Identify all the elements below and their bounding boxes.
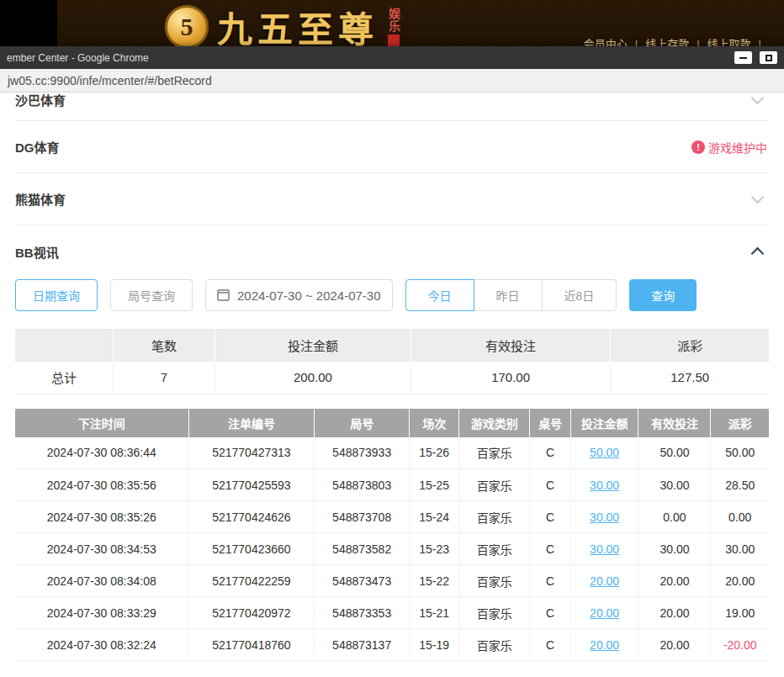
accordion-item-panda-sports[interactable]: 熊猫体育 — [15, 173, 769, 225]
exclamation-icon: ! — [691, 140, 705, 154]
bet-header-row: 下注时间注单编号局号场次游戏类别桌号投注金额有效投注派彩 — [15, 409, 769, 437]
maximize-button[interactable] — [760, 51, 777, 64]
search-button[interactable]: 查询 — [629, 279, 697, 311]
bet-cell: C — [530, 629, 570, 661]
chrome-popup-window: ember Center - Google Chrome jw05.cc:990… — [0, 46, 784, 677]
tab-yesterday[interactable]: 昨日 — [474, 279, 543, 311]
bet-header-cell: 下注时间 — [15, 409, 188, 437]
maintenance-badge: ! 游戏维护中 — [691, 139, 767, 156]
summary-header-cell: 笔数 — [113, 329, 215, 362]
address-bar[interactable]: jw05.cc:9900/infe/mcenter/#/betRecord — [0, 69, 784, 93]
maintenance-text: 游戏维护中 — [708, 139, 767, 156]
bet-cell: 521770424626 — [188, 501, 315, 533]
bet-header-cell: 派彩 — [711, 409, 769, 437]
bet-cell: C — [530, 565, 570, 597]
bet-cell: 50.00 — [711, 437, 769, 469]
bet-cell: C — [530, 437, 570, 469]
bet-cell: C — [530, 469, 570, 501]
summary-header-cell: 投注金额 — [215, 329, 411, 362]
accordion-item-shaba-sports[interactable]: 沙巴体育 — [15, 93, 769, 121]
bet-cell: 15-24 — [410, 501, 459, 533]
bet-cell: 20.00 — [638, 565, 711, 597]
bet-cell: 百家乐 — [459, 533, 530, 565]
bet-cell: 2024-07-30 08:35:26 — [15, 501, 188, 533]
logo-badge-text: 娱乐 — [385, 8, 402, 33]
bet-header-cell: 场次 — [410, 409, 459, 437]
round-query-button[interactable]: 局号查询 — [110, 279, 193, 311]
summary-cell: 170.00 — [411, 362, 610, 394]
summary-header-row: 笔数投注金额有效投注派彩 — [15, 329, 769, 362]
table-row: 2024-07-30 08:33:29521770420972548873353… — [15, 597, 769, 629]
bet-header-cell: 投注金额 — [570, 409, 638, 437]
bet-cell: 15-23 — [410, 533, 459, 565]
bet-cell: 百家乐 — [459, 629, 530, 661]
bet-cell: 521770422259 — [188, 565, 315, 597]
bet-header-cell: 注单编号 — [188, 409, 315, 437]
bet-cell: 百家乐 — [459, 565, 530, 597]
summary-cell: 127.50 — [611, 362, 769, 394]
bet-cell: C — [530, 533, 570, 565]
accordion-item-bb-live[interactable]: BB视讯 — [15, 225, 769, 278]
bet-cell: 2024-07-30 08:34:08 — [15, 565, 188, 597]
minimize-button[interactable] — [734, 51, 752, 64]
bet-amount-link[interactable]: 30.00 — [570, 469, 638, 501]
bet-cell: 百家乐 — [459, 469, 530, 501]
bet-cell: 548873933 — [315, 437, 410, 469]
bet-amount-link[interactable]: 20.00 — [570, 629, 638, 661]
logo-text: 九五至尊 — [217, 1, 379, 52]
bet-header-cell: 游戏类别 — [459, 409, 530, 437]
screen: 5 九五至尊 娱乐 会员中心|线上存款|线上取款| ember Center -… — [0, 0, 784, 677]
bet-cell: 30.00 — [711, 533, 769, 565]
bet-amount-link[interactable]: 20.00 — [570, 597, 638, 629]
table-row: 2024-07-30 08:34:53521770423660548873582… — [15, 533, 769, 565]
bet-cell: 0.00 — [638, 501, 711, 533]
tab-last-8-days[interactable]: 近8日 — [542, 279, 617, 311]
summary-cell: 7 — [113, 362, 215, 394]
bet-amount-link[interactable]: 20.00 — [570, 565, 638, 597]
bet-amount-link[interactable]: 30.00 — [570, 501, 638, 533]
bet-cell: 548873582 — [315, 533, 410, 565]
range-tab-group: 今日 昨日 近8日 — [405, 279, 617, 311]
bet-cell: 548873708 — [315, 501, 410, 533]
logo-coin-icon: 5 — [165, 5, 209, 49]
bet-cell: 521770418760 — [188, 629, 315, 661]
logo-badge-seal-icon — [388, 34, 400, 46]
bet-cell: 521770420972 — [188, 597, 315, 629]
bet-header-cell: 有效投注 — [638, 409, 711, 437]
filter-toolbar: 日期查询 局号查询 2024-07-30 ~ 2024-07-30 今日 昨日 … — [15, 279, 769, 311]
summary-header-cell — [15, 329, 113, 362]
date-query-button[interactable]: 日期查询 — [15, 279, 98, 311]
bet-cell: 521770425593 — [188, 469, 315, 501]
logo-badge: 娱乐 — [385, 8, 402, 46]
accordion-item-dg-sports[interactable]: DG体育 ! 游戏维护中 — [15, 121, 769, 173]
bet-cell: 20.00 — [638, 629, 711, 661]
summary-table: 笔数投注金额有效投注派彩 总计7200.00170.00127.50 — [15, 329, 769, 394]
bet-cell: 15-22 — [410, 565, 459, 597]
bet-record-table: 下注时间注单编号局号场次游戏类别桌号投注金额有效投注派彩 2024-07-30 … — [15, 409, 769, 662]
window-title-bar[interactable]: ember Center - Google Chrome — [0, 46, 784, 69]
bet-cell: 2024-07-30 08:35:56 — [15, 469, 188, 501]
date-range-input[interactable]: 2024-07-30 ~ 2024-07-30 — [205, 279, 393, 311]
table-row: 2024-07-30 08:35:26521770424626548873708… — [15, 501, 769, 533]
bet-cell: C — [530, 597, 570, 629]
bet-header-cell: 局号 — [315, 409, 410, 437]
bet-cell: 548873137 — [315, 629, 410, 661]
bet-cell: 30.00 — [638, 469, 711, 501]
bet-cell: C — [530, 501, 570, 533]
date-range-value: 2024-07-30 ~ 2024-07-30 — [237, 288, 381, 303]
table-row: 2024-07-30 08:35:56521770425593548873803… — [15, 469, 769, 501]
accordion-label: 熊猫体育 — [15, 190, 66, 208]
tab-today[interactable]: 今日 — [405, 279, 474, 311]
bet-table-body: 2024-07-30 08:36:44521770427313548873933… — [15, 437, 769, 661]
bet-cell: 28.50 — [711, 469, 769, 501]
bet-amount-link[interactable]: 50.00 — [570, 437, 638, 469]
table-row: 2024-07-30 08:34:08521770422259548873473… — [15, 565, 769, 597]
bet-cell: 30.00 — [638, 533, 711, 565]
accordion-label: BB视讯 — [15, 243, 59, 261]
bet-amount-link[interactable]: 30.00 — [570, 533, 638, 565]
corner-block — [0, 0, 57, 50]
bet-cell: 15-19 — [410, 629, 459, 661]
chevron-up-icon — [751, 247, 765, 261]
bet-cell: 百家乐 — [459, 501, 530, 533]
bet-cell: 548873353 — [315, 597, 410, 629]
